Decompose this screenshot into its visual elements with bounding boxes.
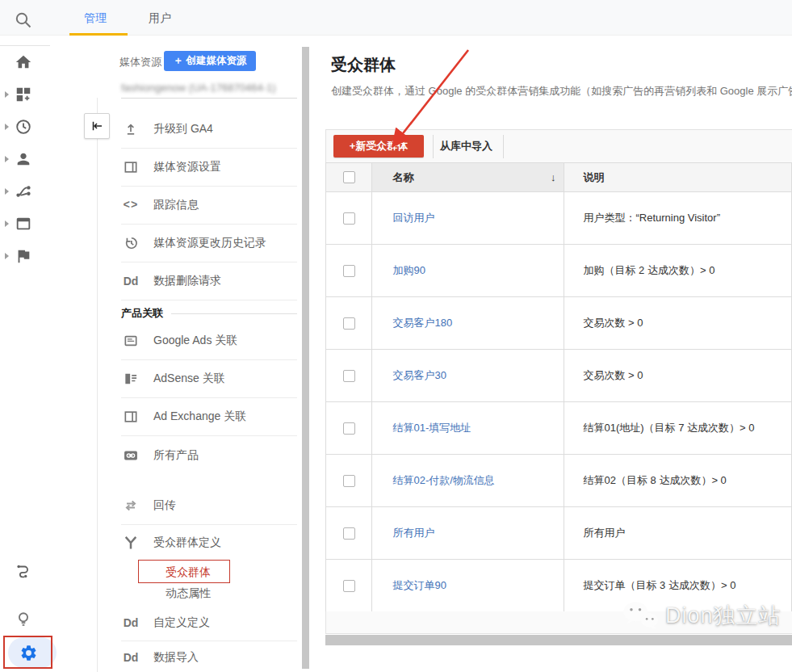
tab-admin[interactable]: 管理 xyxy=(84,0,107,36)
column-header-description[interactable]: 说明 xyxy=(564,163,792,192)
nav-item-all-products[interactable]: 所有产品 xyxy=(121,436,297,474)
audience-description: 结算02（目标 8 达成次数）> 0 xyxy=(564,455,792,507)
nav-item-postbacks[interactable]: 回传 xyxy=(121,487,297,525)
audience-description: 交易次数 > 0 xyxy=(564,350,792,402)
nav-item-audience-definitions[interactable]: 受众群体定义 xyxy=(121,525,297,561)
behavior-icon[interactable] xyxy=(14,214,33,233)
nav-subitem-dynamic-attributes[interactable]: 动态属性 xyxy=(166,586,211,601)
row-checkbox[interactable] xyxy=(343,527,355,540)
attribution-icon[interactable] xyxy=(14,561,33,581)
audience-link[interactable]: 提交订单90 xyxy=(392,579,446,591)
home-icon[interactable] xyxy=(14,52,33,72)
nav-item-label: 数据导入 xyxy=(153,650,199,665)
nav-item-label: Ad Exchange 关联 xyxy=(153,410,246,424)
audience-definitions-icon xyxy=(121,535,140,551)
nav-item-label: 跟踪信息 xyxy=(153,198,199,212)
wechat-icon xyxy=(622,599,659,632)
divider xyxy=(171,313,297,314)
table-row: 交易客户180 交易次数 > 0 xyxy=(326,297,792,350)
row-checkbox[interactable] xyxy=(343,580,355,592)
nav-item-change-history[interactable]: 媒体资源更改历史记录 xyxy=(121,225,297,262)
import-from-gallery-button[interactable]: 从库中导入 xyxy=(440,130,492,162)
horizontal-scrollbar[interactable] xyxy=(325,635,792,645)
active-tab-underline xyxy=(69,33,128,36)
nav-item-google-ads-linking[interactable]: Google Ads 关联 xyxy=(121,322,297,360)
discover-icon[interactable] xyxy=(14,610,33,629)
google-ads-icon xyxy=(121,333,140,349)
audience-description: 加购（目标 2 达成次数）> 0 xyxy=(564,245,792,297)
rail-divider xyxy=(0,45,50,46)
audience-link[interactable]: 加购90 xyxy=(392,264,425,276)
nav-item-label: Google Ads 关联 xyxy=(153,334,237,348)
audience-description: 所有用户 xyxy=(564,507,792,560)
create-property-button[interactable]: ＋ 创建媒体资源 xyxy=(164,51,256,71)
column-header-name[interactable]: 名称 xyxy=(392,170,413,185)
customization-icon[interactable] xyxy=(14,85,33,104)
audience-link[interactable]: 结算02-付款/物流信息 xyxy=(392,474,494,486)
row-checkbox[interactable] xyxy=(343,265,355,277)
nav-panel-guide-line xyxy=(97,98,98,672)
ad-exchange-icon xyxy=(121,409,140,425)
annotation-box-admin xyxy=(3,636,52,669)
nav-item-tracking-info[interactable]: <> 跟踪信息 xyxy=(121,187,297,225)
nav-item-property-settings[interactable]: 媒体资源设置 xyxy=(121,149,297,187)
table-row: 所有用户 所有用户 xyxy=(326,507,792,560)
audience-link[interactable]: 结算01-填写地址 xyxy=(392,422,471,434)
nav-item-label: 受众群体定义 xyxy=(153,536,221,550)
expand-arrow-icon[interactable] xyxy=(5,124,9,130)
arrow-left-to-bar-icon xyxy=(90,119,104,133)
audience-link[interactable]: 交易客户180 xyxy=(392,317,452,329)
nav-item-label: 自定义定义 xyxy=(153,615,210,630)
nav-item-ad-exchange-linking[interactable]: Ad Exchange 关联 xyxy=(121,398,297,436)
audience-link[interactable]: 回访用户 xyxy=(392,212,434,224)
expand-arrow-icon[interactable] xyxy=(5,91,9,98)
nav-item-custom-definitions[interactable]: Dd 自定义定义 xyxy=(121,605,297,641)
nav-item-label: 数据删除请求 xyxy=(153,274,221,288)
nav-scrollbar[interactable] xyxy=(302,47,309,669)
tab-users[interactable]: 用户 xyxy=(149,0,171,36)
row-checkbox[interactable] xyxy=(343,317,355,330)
search-icon[interactable] xyxy=(14,10,33,30)
nav-item-upgrade-ga4[interactable]: 升级到 GA4 xyxy=(121,111,297,149)
nav-item-label: 所有产品 xyxy=(153,448,199,463)
ga-admin-page: 管理 用户 媒体资源 ＋ xyxy=(0,0,792,672)
code-icon: <> xyxy=(121,199,140,212)
expand-arrow-icon[interactable] xyxy=(5,156,9,162)
table-row: 交易客户30 交易次数 > 0 xyxy=(326,350,792,402)
table-row: 结算02-付款/物流信息 结算02（目标 8 达成次数）> 0 xyxy=(326,455,792,507)
table-header-row: 名称 ↓ 说明 xyxy=(326,163,792,192)
expand-arrow-icon[interactable] xyxy=(5,188,9,195)
audience-link[interactable]: 交易客户30 xyxy=(392,369,446,381)
all-products-link-icon xyxy=(121,447,140,464)
dd-icon: Dd xyxy=(121,275,140,288)
acquisition-icon[interactable] xyxy=(14,182,33,201)
nav-item-adsense-linking[interactable]: AdSense 关联 xyxy=(121,360,297,398)
select-all-checkbox[interactable] xyxy=(343,171,355,183)
nav-item-label: AdSense 关联 xyxy=(153,372,225,386)
property-name[interactable]: fashiongenow (UA-176870464-1) xyxy=(121,82,308,94)
realtime-icon[interactable] xyxy=(14,117,33,136)
sort-descending-icon[interactable]: ↓ xyxy=(551,171,556,183)
expand-arrow-icon[interactable] xyxy=(5,220,9,227)
row-checkbox[interactable] xyxy=(343,370,355,382)
postbacks-icon xyxy=(121,498,140,514)
conversions-icon[interactable] xyxy=(14,246,33,266)
nav-item-label: 回传 xyxy=(153,498,176,513)
row-checkbox[interactable] xyxy=(343,212,355,225)
row-checkbox[interactable] xyxy=(343,475,355,487)
audience-link[interactable]: 所有用户 xyxy=(392,527,434,539)
audience-toolbar: +新受众群体 从库中导入 xyxy=(325,129,792,163)
nav-item-data-deletion[interactable]: Dd 数据删除请求 xyxy=(121,262,297,300)
table-row: 结算01-填写地址 结算01(地址)（目标 7 达成次数）> 0 xyxy=(326,402,792,455)
audience-description: 交易次数 > 0 xyxy=(564,297,792,350)
upload-icon xyxy=(121,121,140,137)
nav-item-data-import[interactable]: Dd 数据导入 xyxy=(121,642,297,672)
new-audience-button[interactable]: +新受众群体 xyxy=(333,135,424,158)
audience-icon[interactable] xyxy=(14,149,33,169)
adsense-icon xyxy=(121,371,140,387)
watermark-text: Dion独立站 xyxy=(665,601,782,630)
row-checkbox[interactable] xyxy=(343,422,355,435)
back-button[interactable] xyxy=(84,113,110,139)
expand-arrow-icon[interactable] xyxy=(5,253,9,259)
property-selector-label: 媒体资源 xyxy=(119,55,161,69)
